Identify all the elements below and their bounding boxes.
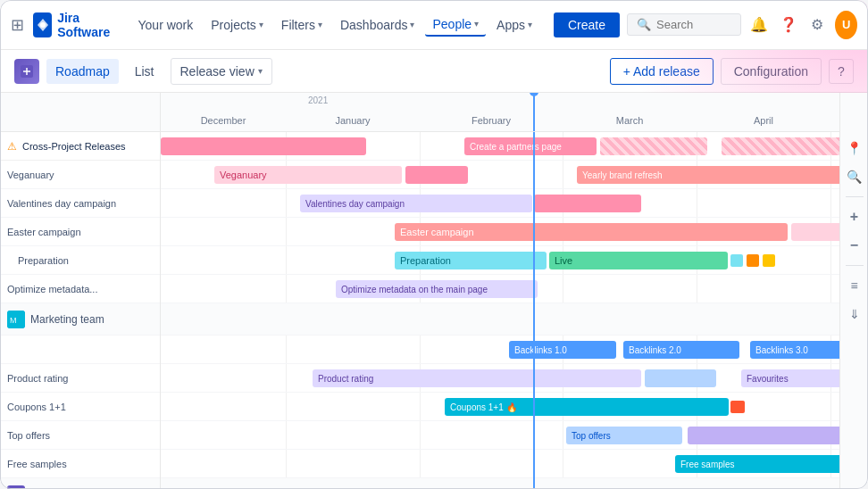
- bar-bl1[interactable]: Backlinks 1.0: [509, 341, 616, 359]
- row-label: Cross-Project Releases: [22, 141, 126, 152]
- year-label: 2021: [308, 95, 328, 105]
- bar-free-1[interactable]: Free samples: [675, 455, 839, 473]
- zoom-out-icon[interactable]: −: [844, 235, 865, 256]
- jira-logo[interactable]: Jira Software: [33, 11, 117, 39]
- bar-cross-3[interactable]: [600, 137, 707, 155]
- bar-east-2[interactable]: [791, 223, 839, 241]
- svg-rect-4: [7, 485, 25, 490]
- bar-bl2[interactable]: Backlinks 2.0: [623, 341, 739, 359]
- sidebar-row-free-samples[interactable]: Free samples: [0, 450, 160, 478]
- bar-east-1[interactable]: Easter campaign: [395, 223, 788, 241]
- bar-coup-1[interactable]: Coupons 1+1 🔥: [445, 398, 729, 416]
- bar-veg-1[interactable]: Veganuary: [214, 166, 402, 184]
- bar-prep[interactable]: Preparation: [395, 252, 547, 269]
- collapse-icon[interactable]: ⇓: [844, 303, 865, 325]
- search-icon: 🔍: [637, 18, 651, 31]
- sidebar-row-easter[interactable]: Easter campaign: [0, 218, 160, 246]
- grid-icon[interactable]: ⊞: [11, 15, 24, 35]
- add-release-button[interactable]: + Add release: [610, 58, 714, 85]
- top-navigation: ⊞ Jira Software Your work Projects ▾ Fil…: [0, 0, 868, 50]
- nav-apps[interactable]: Apps ▾: [489, 14, 539, 36]
- bar-prod-1[interactable]: Product rating: [313, 369, 641, 387]
- bar-live[interactable]: Live: [549, 252, 728, 269]
- sidebar-row-design[interactable]: D Design team: [0, 478, 160, 489]
- bar-coup-2[interactable]: [730, 401, 745, 413]
- bar-prod-3[interactable]: Favourites: [741, 369, 839, 387]
- row-label: Veganuary: [7, 170, 54, 180]
- sidebar-row-valentines[interactable]: Valentines day campaign: [0, 189, 160, 218]
- bar-bl3[interactable]: Backlinks 3.0: [750, 341, 839, 359]
- nav-filters[interactable]: Filters ▾: [274, 14, 330, 36]
- row-label: Marketing team: [30, 313, 104, 326]
- zoom-in-icon[interactable]: +: [844, 206, 865, 228]
- bar-veg-3[interactable]: Yearly brand refresh: [577, 166, 839, 184]
- sidebar-row-top-offers[interactable]: Top offers: [0, 421, 160, 450]
- nav-dashboards[interactable]: Dashboards ▾: [333, 14, 422, 36]
- gantt-row-veganuary: Veganuary Yearly brand refresh: [161, 161, 839, 189]
- avatar[interactable]: U: [835, 11, 857, 39]
- location-icon[interactable]: 📍: [844, 137, 865, 159]
- filter-icon[interactable]: ≡: [844, 275, 865, 296]
- tab-list[interactable]: List: [126, 59, 163, 84]
- gantt-row-optimize-1: Optimize metadata on the main page: [161, 275, 839, 303]
- svg-point-0: [40, 22, 46, 28]
- bar-veg-2[interactable]: [405, 166, 468, 184]
- main-nav: Your work Projects ▾ Filters ▾ Dashboard…: [131, 13, 539, 37]
- bar-cross-2[interactable]: Create a partners page: [464, 137, 597, 155]
- logo-text: Jira Software: [57, 11, 116, 39]
- warning-icon: ⚠: [7, 140, 17, 153]
- help-icon[interactable]: ❓: [777, 11, 799, 39]
- bar-val-2[interactable]: [534, 195, 641, 212]
- configuration-button[interactable]: Configuration: [721, 58, 822, 85]
- tool-divider-1: [846, 196, 864, 197]
- month-april: April: [697, 93, 830, 131]
- release-view-dropdown[interactable]: Release view ▾: [171, 58, 272, 85]
- projects-chevron: ▾: [259, 20, 263, 29]
- row-label: Top offers: [7, 430, 50, 441]
- sidebar-row-cross-project[interactable]: ⚠ Cross-Project Releases: [0, 132, 160, 161]
- bar-cross-1[interactable]: [161, 137, 366, 155]
- bar-prod-2[interactable]: [645, 369, 716, 387]
- bar-val-1[interactable]: Valentines day campaign: [300, 195, 532, 212]
- bar-cross-4[interactable]: [722, 137, 839, 155]
- search-input[interactable]: [656, 18, 731, 31]
- gantt-row-marketing: [161, 303, 839, 336]
- row-label: Preparation: [7, 255, 69, 266]
- bar-opt-1[interactable]: Optimize metadata on the main page: [336, 280, 538, 298]
- notifications-icon[interactable]: 🔔: [748, 11, 771, 39]
- svg-text:M: M: [10, 316, 17, 325]
- month-february: February: [420, 93, 563, 131]
- nav-projects[interactable]: Projects ▾: [204, 14, 271, 36]
- row-label: Valentines day campaign: [7, 198, 116, 209]
- sidebar-row-marketing[interactable]: M Marketing team: [0, 303, 160, 336]
- bar-cyan-small[interactable]: [730, 254, 743, 267]
- sub-navigation: Roadmap List Release view ▾ + Add releas…: [0, 50, 868, 93]
- bar-yellow-small[interactable]: [763, 254, 775, 267]
- search-box[interactable]: 🔍: [627, 13, 741, 36]
- tab-roadmap[interactable]: Roadmap: [46, 59, 119, 84]
- settings-icon[interactable]: ⚙: [806, 11, 829, 39]
- create-button[interactable]: Create: [554, 12, 620, 37]
- sidebar-row-optimize[interactable]: Optimize metadata...: [0, 275, 160, 303]
- bar-top-1[interactable]: Top offers: [566, 427, 682, 444]
- help-button[interactable]: ?: [829, 59, 854, 84]
- nav-your-work[interactable]: Your work: [131, 14, 201, 36]
- month-january: January: [286, 93, 420, 131]
- gantt-container: ⚠ Cross-Project Releases Veganuary Valen…: [0, 93, 868, 489]
- bar-top-2[interactable]: [688, 427, 839, 444]
- bar-orange-small[interactable]: [747, 254, 759, 267]
- sidebar-row-coupons[interactable]: Coupons 1+1: [0, 393, 160, 421]
- nav-people[interactable]: People ▾: [425, 13, 486, 37]
- gantt-row-valentines: Valentines day campaign: [161, 189, 839, 218]
- sidebar-row-product[interactable]: Product rating: [0, 364, 160, 393]
- filters-chevron: ▾: [318, 20, 322, 29]
- gantt-chart-area[interactable]: 2021 December January February March: [161, 93, 839, 489]
- month-march: March: [563, 93, 697, 131]
- zoom-search-icon[interactable]: 🔍: [844, 166, 865, 187]
- month-december: December: [161, 93, 286, 131]
- sidebar-row-veganuary[interactable]: Veganuary: [0, 161, 160, 189]
- sidebar-row-prep[interactable]: Preparation: [0, 246, 160, 275]
- sidebar-row-backlinks[interactable]: [0, 336, 160, 364]
- gantt-row-backlinks: Backlinks 1.0 Backlinks 2.0 Backlinks 3.…: [161, 336, 839, 364]
- gantt-tools: 📍 🔍 + − ≡ ⇓: [839, 93, 868, 489]
